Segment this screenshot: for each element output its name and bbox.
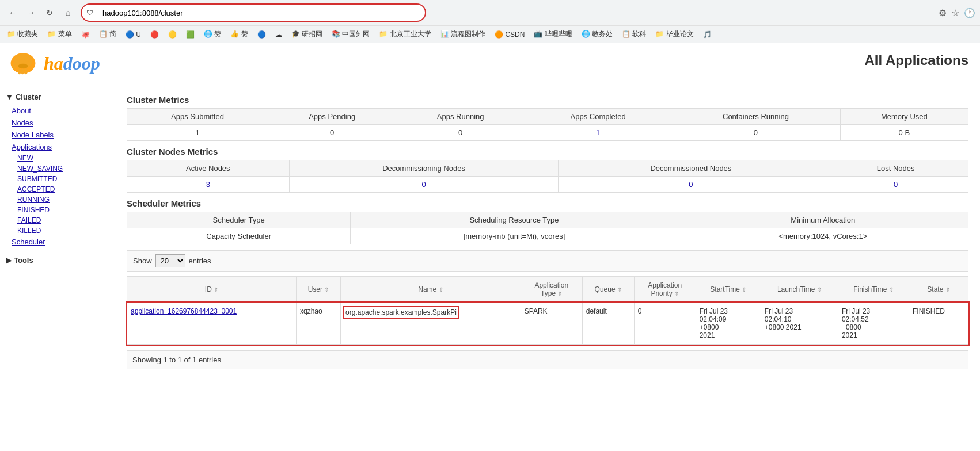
lost-nodes-link[interactable]: 0 bbox=[894, 180, 898, 189]
entries-suffix: entries bbox=[189, 257, 211, 265]
sidebar-item-applications[interactable]: Applications bbox=[0, 141, 115, 153]
forward-button[interactable]: → bbox=[23, 5, 39, 21]
th-app-type[interactable]: ApplicationType ⇕ bbox=[521, 277, 582, 303]
bookmark-item[interactable]: 📊 流程图制作 bbox=[438, 28, 488, 40]
cell-finish-time: Fri Jul 2302:04:52+08002021 bbox=[838, 303, 909, 345]
cluster-metrics-title: Cluster Metrics bbox=[127, 95, 968, 105]
bookmark-item[interactable]: 📋 简 bbox=[97, 28, 119, 40]
entries-select[interactable]: 10 20 25 50 100 bbox=[155, 254, 185, 267]
sidebar-item-node-labels[interactable]: Node Labels bbox=[0, 129, 115, 141]
browser-chrome: ← → ↻ ⌂ 🛡 ⚙ ☆ 🕐 📁 收藏夹 📁 菜单 🐙 📋 简 🔵 U 🔴 🟡… bbox=[0, 0, 980, 43]
decommissioned-nodes-link[interactable]: 0 bbox=[689, 180, 693, 189]
bookmark-item[interactable]: 👍 赞 bbox=[228, 28, 250, 40]
th-finish-time[interactable]: FinishTime ⇕ bbox=[838, 277, 909, 303]
active-nodes-link[interactable]: 3 bbox=[206, 180, 210, 189]
cell-user: xqzhao bbox=[296, 303, 340, 345]
th-id[interactable]: ID ⇕ bbox=[127, 277, 297, 303]
bookmark-item[interactable]: 📁 毕业论文 bbox=[653, 28, 696, 40]
cluster-section-header[interactable]: ▼ Cluster bbox=[0, 89, 115, 105]
sort-icon-start-time: ⇕ bbox=[742, 286, 746, 293]
col-minimum-allocation: Minimum Allocation bbox=[678, 212, 968, 228]
svg-rect-8 bbox=[25, 68, 27, 74]
apps-completed-link[interactable]: 1 bbox=[596, 128, 600, 137]
sidebar-subitem-failed[interactable]: FAILED bbox=[0, 215, 115, 226]
bookmark-item[interactable]: ☁ bbox=[273, 29, 284, 40]
bookmark-item[interactable]: 🐙 bbox=[79, 29, 92, 40]
val-apps-submitted: 1 bbox=[127, 125, 268, 141]
col-scheduler-type: Scheduler Type bbox=[127, 212, 351, 228]
th-app-priority[interactable]: ApplicationPriority ⇕ bbox=[634, 277, 696, 303]
shield-icon: 🛡 bbox=[86, 9, 93, 17]
scheduler-metrics-row: Capacity Scheduler [memory-mb (unit=Mi),… bbox=[127, 228, 968, 244]
sidebar-subitem-killed[interactable]: KILLED bbox=[0, 226, 115, 236]
th-launch-time[interactable]: LaunchTime ⇕ bbox=[761, 277, 838, 303]
back-button[interactable]: ← bbox=[5, 5, 21, 21]
app-id-link[interactable]: application_1626976844423_0001 bbox=[131, 307, 237, 315]
extensions-icon: ⚙ bbox=[939, 7, 947, 18]
show-label: Show bbox=[133, 257, 152, 265]
sidebar-subitem-new[interactable]: NEW bbox=[0, 153, 115, 163]
bookmark-item[interactable]: 🔵 U bbox=[123, 29, 143, 40]
apps-table-header-row: ID ⇕ User ⇕ Name ⇕ ApplicationType ⇕ Que… bbox=[127, 277, 968, 303]
sidebar-subitem-running[interactable]: RUNNING bbox=[0, 194, 115, 205]
cell-app-id: application_1626976844423_0001 bbox=[127, 303, 297, 345]
bookmark-item[interactable]: 📁 收藏夹 bbox=[5, 28, 40, 40]
sidebar-logo-area: hadoop bbox=[0, 43, 115, 83]
bookmark-item[interactable]: 📺 哔哩哔哩 bbox=[531, 28, 574, 40]
bookmark-item[interactable]: 🔴 bbox=[148, 29, 161, 40]
th-start-time[interactable]: StartTime ⇕ bbox=[696, 277, 761, 303]
bookmark-item[interactable]: 🌐 赞 bbox=[202, 28, 223, 40]
home-button[interactable]: ⌂ bbox=[60, 5, 76, 21]
sidebar-item-scheduler[interactable]: Scheduler bbox=[0, 236, 115, 248]
reload-button[interactable]: ↻ bbox=[41, 5, 58, 21]
col-active-nodes: Active Nodes bbox=[127, 160, 290, 177]
cluster-nodes-metrics-table: Active Nodes Decommissioning Nodes Decom… bbox=[127, 160, 968, 193]
bookmark-item[interactable]: 📋 软科 bbox=[620, 28, 648, 40]
bookmark-item[interactable]: 🌐 教务处 bbox=[579, 28, 615, 40]
bookmark-item[interactable]: 🟠 CSDN bbox=[492, 29, 527, 40]
cell-app-type: SPARK bbox=[521, 303, 582, 345]
applications-table: ID ⇕ User ⇕ Name ⇕ ApplicationType ⇕ Que… bbox=[127, 276, 968, 345]
th-user[interactable]: User ⇕ bbox=[296, 277, 340, 303]
sidebar-subitem-finished[interactable]: FINISHED bbox=[0, 205, 115, 215]
browser-toolbar: ← → ↻ ⌂ 🛡 ⚙ ☆ 🕐 bbox=[0, 0, 980, 25]
history-icon: 🕐 bbox=[964, 7, 975, 18]
th-state[interactable]: State ⇕ bbox=[909, 277, 968, 303]
bookmark-item[interactable]: 📚 中国知网 bbox=[329, 28, 372, 40]
svg-rect-11 bbox=[26, 56, 29, 60]
sort-icon-user: ⇕ bbox=[324, 286, 329, 293]
th-queue[interactable]: Queue ⇕ bbox=[582, 277, 634, 303]
bookmark-item[interactable]: 🔵 bbox=[255, 29, 268, 40]
bookmark-item[interactable]: 📁 菜单 bbox=[45, 28, 74, 40]
cluster-section: ▼ Cluster About Nodes Node Labels Applic… bbox=[0, 89, 115, 248]
showing-info: Showing 1 to 1 of 1 entries bbox=[127, 350, 968, 369]
tools-label: Tools bbox=[14, 256, 33, 265]
sidebar-item-about[interactable]: About bbox=[0, 105, 115, 117]
tools-section-header[interactable]: ▶ Tools bbox=[0, 253, 115, 268]
cluster-metrics-row: 1 0 0 1 0 0 B bbox=[127, 125, 968, 141]
bookmark-item[interactable]: 🎵 bbox=[701, 29, 714, 40]
th-name[interactable]: Name ⇕ bbox=[341, 277, 521, 303]
svg-rect-10 bbox=[17, 56, 20, 60]
sort-icon-state: ⇕ bbox=[945, 286, 950, 293]
bookmark-item[interactable]: 🟩 bbox=[184, 29, 197, 40]
bookmark-item[interactable]: 🎓 研招网 bbox=[289, 28, 325, 40]
sidebar-subitem-submitted[interactable]: SUBMITTED bbox=[0, 174, 115, 184]
bookmarks-bar: 📁 收藏夹 📁 菜单 🐙 📋 简 🔵 U 🔴 🟡 🟩 🌐 赞 👍 赞 🔵 ☁ 🎓… bbox=[0, 25, 980, 43]
sidebar-item-nodes[interactable]: Nodes bbox=[0, 117, 115, 129]
triangle-icon: ▼ bbox=[6, 93, 13, 101]
triangle-right-icon: ▶ bbox=[6, 256, 12, 265]
decomm-nodes-link[interactable]: 0 bbox=[421, 180, 426, 189]
elephant-icon bbox=[6, 49, 40, 78]
bookmark-item[interactable]: 🟡 bbox=[166, 29, 179, 40]
col-decommissioning-nodes: Decommissioning Nodes bbox=[289, 160, 559, 177]
val-scheduling-resource-type: [memory-mb (unit=Mi), vcores] bbox=[351, 228, 678, 244]
address-bar-wrapper: 🛡 bbox=[81, 3, 426, 22]
bookmark-item[interactable]: 📁 北京工业大学 bbox=[377, 28, 433, 40]
cluster-metrics-table: Apps Submitted Apps Pending Apps Running… bbox=[127, 108, 968, 141]
address-bar[interactable] bbox=[81, 3, 426, 22]
sidebar-subitem-new-saving[interactable]: NEW_SAVING bbox=[0, 163, 115, 174]
top-bar: hadoop All Applications bbox=[0, 43, 980, 83]
sidebar-subitem-accepted[interactable]: ACCEPTED bbox=[0, 184, 115, 194]
cell-launch-time: Fri Jul 2302:04:10+0800 2021 bbox=[761, 303, 838, 345]
